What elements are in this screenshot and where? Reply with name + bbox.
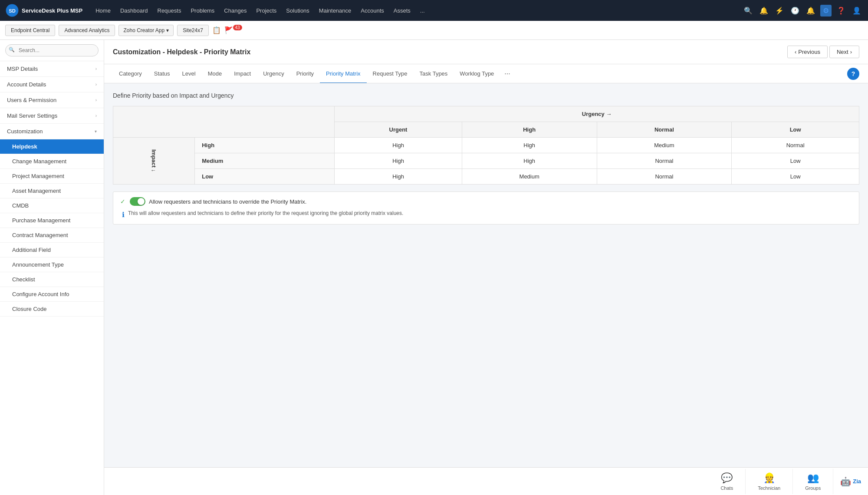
tab-priority-matrix[interactable]: Priority Matrix (320, 64, 366, 83)
nav-home[interactable]: Home (91, 5, 115, 16)
sidebar-item-label: Contract Management (12, 232, 68, 238)
badge-count: 43 (233, 25, 242, 30)
sidebar-item-helpdesk[interactable]: Helpdesk (0, 139, 104, 154)
nav-accounts[interactable]: Accounts (356, 5, 388, 16)
nav-dashboard[interactable]: Dashboard (116, 5, 152, 16)
advanced-analytics-button[interactable]: Advanced Analytics (59, 25, 115, 36)
bell-icon[interactable]: 🔔 (805, 5, 817, 16)
search-icon[interactable]: 🔍 (742, 5, 754, 16)
sidebar-item-label: Configure Account Info (12, 291, 69, 297)
chevron-down-icon: ▾ (95, 129, 97, 134)
matrix-cell[interactable]: Normal (597, 153, 732, 169)
sidebar-item-cmdb[interactable]: CMDB (0, 198, 104, 213)
chevron-left-icon: ‹ (795, 49, 796, 55)
tab-impact[interactable]: Impact (228, 64, 257, 83)
next-button[interactable]: Next › (829, 46, 859, 58)
col-normal: Normal (597, 122, 732, 138)
user-avatar[interactable]: 👤 (851, 5, 863, 16)
lightning-icon[interactable]: ⚡ (773, 5, 786, 16)
sidebar-item-account-details[interactable]: Account Details › (0, 77, 104, 92)
sidebar-item-asset-management[interactable]: Asset Management (0, 184, 104, 198)
sidebar-item-closure-code[interactable]: Closure Code (0, 302, 104, 317)
nav-changes[interactable]: Changes (220, 5, 251, 16)
sidebar-item-msp-details[interactable]: MSP Details › (0, 61, 104, 77)
sidebar-item-configure-account-info[interactable]: Configure Account Info (0, 287, 104, 302)
matrix-cell[interactable]: Medium (462, 169, 597, 185)
matrix-cell[interactable]: High (335, 153, 462, 169)
tab-level[interactable]: Level (176, 64, 202, 83)
nav-more[interactable]: ... (416, 5, 429, 16)
sidebar-item-contract-management[interactable]: Contract Management (0, 228, 104, 243)
nav-maintenance[interactable]: Maintenance (315, 5, 355, 16)
chevron-right-icon: › (95, 82, 97, 87)
sidebar-item-project-management[interactable]: Project Management (0, 169, 104, 184)
toggle-switch[interactable] (130, 197, 145, 206)
chevron-down-icon: ▾ (166, 27, 169, 33)
matrix-cell[interactable]: High (335, 169, 462, 185)
bottom-groups[interactable]: 👥 Groups (793, 469, 833, 494)
impact-row-label: High (195, 138, 335, 153)
tab-category[interactable]: Category (113, 64, 148, 83)
sidebar-item-change-management[interactable]: Change Management (0, 154, 104, 169)
tab-task-types[interactable]: Task Types (414, 64, 454, 83)
groups-icon: 👥 (807, 472, 819, 484)
tab-mode[interactable]: Mode (202, 64, 228, 83)
bottom-technician[interactable]: 👷 Technician (746, 469, 793, 494)
sidebar-item-checklist[interactable]: Checklist (0, 272, 104, 287)
zia-icon: 🤖 (840, 476, 851, 487)
tab-priority[interactable]: Priority (290, 64, 320, 83)
layout: MSP Details › Account Details › Users & … (0, 40, 868, 495)
endpoint-central-button[interactable]: Endpoint Central (5, 25, 55, 36)
chevron-right-icon: › (95, 66, 97, 71)
nav-assets[interactable]: Assets (389, 5, 415, 16)
zia-button[interactable]: 🤖 Zia (833, 473, 868, 490)
tab-status[interactable]: Status (148, 64, 176, 83)
gear-icon[interactable]: ⚙ (820, 5, 832, 16)
tab-urgency[interactable]: Urgency (257, 64, 290, 83)
tabs-bar: Category Status Level Mode Impact Urgenc… (104, 64, 868, 83)
bottom-chats[interactable]: 💬 Chats (708, 469, 746, 494)
sidebar-item-users-permission[interactable]: Users & Permission › (0, 92, 104, 108)
help-tab-icon[interactable]: ? (847, 68, 859, 80)
matrix-cell[interactable]: Low (732, 169, 859, 185)
chevron-right-icon: › (95, 98, 97, 102)
notification-icon[interactable]: 🔔 (758, 5, 770, 16)
search-input[interactable] (5, 44, 99, 56)
col-low: Low (732, 122, 859, 138)
site24x7-button[interactable]: Site24x7 (177, 25, 209, 36)
previous-button[interactable]: ‹ Previous (787, 46, 828, 58)
sidebar-item-label: Announcement Type (12, 261, 64, 268)
nav-requests[interactable]: Requests (153, 5, 186, 16)
matrix-cell[interactable]: Normal (732, 138, 859, 153)
matrix-cell[interactable]: Low (732, 153, 859, 169)
sidebar-item-purchase-management[interactable]: Purchase Management (0, 213, 104, 228)
matrix-cell[interactable]: High (462, 153, 597, 169)
chevron-right-icon: › (95, 113, 97, 118)
zoho-creator-dropdown[interactable]: Zoho Creator App ▾ (118, 25, 174, 36)
nav-problems[interactable]: Problems (186, 5, 219, 16)
sidebar-item-mail-server[interactable]: Mail Server Settings › (0, 108, 104, 124)
sidebar-item-announcement-type[interactable]: Announcement Type (0, 257, 104, 272)
logo-icon: SD (5, 3, 19, 17)
search-wrap (5, 44, 99, 56)
tab-request-type[interactable]: Request Type (367, 64, 414, 83)
flag-icon[interactable]: 🚩 (224, 26, 233, 34)
impact-row-label: Low (195, 169, 335, 185)
chat-icon: 💬 (721, 472, 733, 484)
help-icon[interactable]: ❓ (835, 5, 847, 16)
matrix-cell[interactable]: High (462, 138, 597, 153)
impact-header: Impact ↓ (113, 138, 195, 185)
history-icon[interactable]: 🕐 (789, 5, 801, 16)
matrix-cell[interactable]: Medium (597, 138, 732, 153)
nav-solutions[interactable]: Solutions (282, 5, 313, 16)
sidebar-item-customization[interactable]: Customization ▾ (0, 124, 104, 139)
tab-more[interactable]: ··· (500, 64, 514, 83)
sidebar-item-label: Checklist (12, 276, 35, 283)
sidebar-item-additional-field[interactable]: Additional Field (0, 243, 104, 257)
sidebar-item-label: Asset Management (12, 188, 61, 194)
tab-worklog-type[interactable]: Worklog Type (454, 64, 500, 83)
matrix-cell[interactable]: High (335, 138, 462, 153)
nav-projects[interactable]: Projects (252, 5, 281, 16)
clipboard-icon[interactable]: 📋 (212, 26, 221, 34)
matrix-cell[interactable]: Normal (597, 169, 732, 185)
